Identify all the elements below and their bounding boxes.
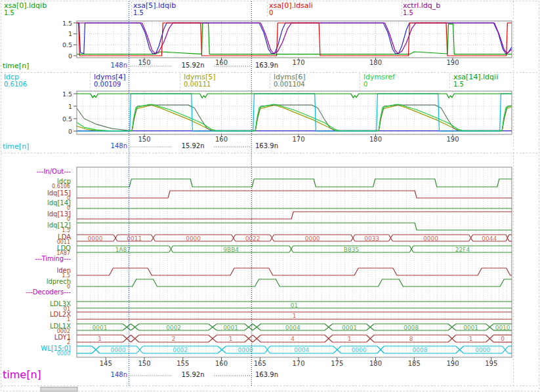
cursor1-readout: 148n: [84, 62, 127, 69]
cursor1-readout: 148n: [84, 371, 127, 378]
header-signal-value: 0.6106: [4, 81, 27, 88]
cursor1-readout: 148n: [84, 142, 127, 149]
cursor2-readout: 163.9n: [255, 142, 278, 149]
header-signal-name: xsa[0].ldqib: [4, 2, 47, 10]
header-signal-value: 1.5: [453, 81, 498, 88]
signal-header-ldyms[4][interactable]: ldyms[4]0.00109: [94, 73, 126, 88]
header-signal-value: 0.00111: [184, 81, 216, 88]
cursor2-readout: 163.9n: [255, 371, 278, 378]
header-signal-name: xsa[0].ldsali: [269, 2, 313, 10]
header-signal-value: 1.5: [133, 10, 176, 17]
signal-header-xctrl.ldq_b[interactable]: xctrl.ldq_b1.5: [403, 2, 440, 16]
group-separator-label: ---Timing---: [35, 255, 71, 262]
header-signal-name: ldyms[6]: [274, 73, 306, 81]
group-separator-label: ---Decoders---: [26, 288, 71, 296]
time-axis-label: time[n]: [3, 142, 29, 151]
cursor2-readout: 163.9n: [255, 62, 278, 69]
signal-value-ldq12: 1.5: [62, 227, 70, 233]
header-signal-name: xsa[5].ldqib: [133, 2, 176, 10]
header-signal-value: 0: [269, 10, 313, 17]
header-signal-name: xsa[14].ldqii: [453, 73, 498, 81]
signal-value-ldcp: 0.6106: [52, 184, 70, 189]
header-signal-name: ldyms[4]: [94, 73, 126, 81]
time-axis-label: time[n]: [3, 62, 29, 70]
time-row-panel1: time[n] 148n 15.92n 163.9n: [0, 62, 540, 71]
header-signal-value: 0.00109: [94, 81, 126, 88]
cursor-delta-readout: 15.92n: [173, 142, 213, 149]
time-row-panel2: time[n] 148n 15.92n 163.9n: [0, 142, 540, 151]
signal-header-xsa[0].ldsali[interactable]: xsa[0].ldsali0: [269, 2, 313, 16]
signal-header-ldyms[5][interactable]: ldyms[5]0.00111: [184, 73, 216, 88]
header-signal-value: 1.5: [4, 10, 47, 17]
header-signal-value: 0.001104: [274, 81, 306, 88]
group-separator-label: ---In/Out---: [37, 168, 71, 175]
header-signal-name: ldymsref: [363, 73, 395, 81]
header-signal-value: 1.5: [403, 10, 440, 17]
signal-header-xsa[14].ldqii[interactable]: xsa[14].ldqii1.5: [453, 73, 498, 88]
header-signal-name: ldyms[5]: [184, 73, 216, 81]
signal-header-ldyms[6][interactable]: ldyms[6]0.001104: [274, 73, 306, 88]
labels-layer: time[n] 148n 15.92n 163.9n time[n] 148n …: [0, 0, 540, 392]
cursor-delta-readout: 15.92n: [173, 62, 213, 69]
signal-header-xsa[0].ldqib[interactable]: xsa[0].ldqib1.5: [4, 2, 47, 16]
signal-value-WL150: 0000: [57, 351, 70, 357]
header-signal-value: 0: [363, 81, 395, 88]
header-signal-name: ldcp: [4, 73, 27, 81]
signal-header-ldcp[interactable]: ldcp0.6106: [4, 73, 27, 88]
header-signal-name: xctrl.ldq_b: [403, 2, 440, 10]
signal-value-LDL2X: 1: [67, 317, 70, 323]
signal-header-ldymsref[interactable]: ldymsref0: [363, 73, 395, 88]
time-row-footer: 148n 15.92n 163.9n: [0, 371, 540, 380]
cursor-delta-readout: 15.92n: [173, 371, 213, 378]
signal-header-xsa[5].ldqib[interactable]: xsa[5].ldqib1.5: [133, 2, 176, 16]
